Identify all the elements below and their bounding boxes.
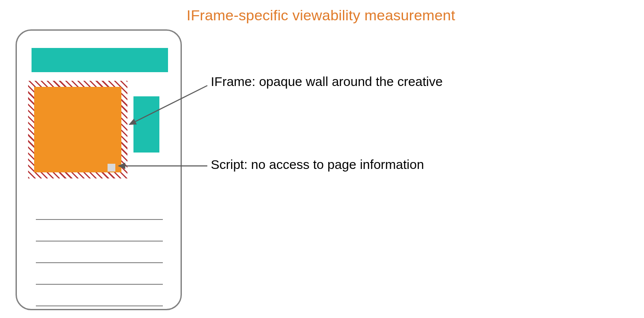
page-side-block	[133, 96, 159, 153]
annotation-iframe: IFrame: opaque wall around the creative	[211, 74, 443, 89]
script-pixel	[108, 164, 115, 172]
page-banner	[32, 48, 168, 72]
iframe-wall	[28, 81, 127, 178]
creative-ad	[34, 87, 121, 172]
page-text-line	[36, 219, 163, 220]
phone-frame	[16, 29, 182, 310]
annotation-script: Script: no access to page information	[211, 157, 424, 172]
page-text-line	[36, 262, 163, 263]
page-text-line	[36, 284, 163, 285]
page-text-line	[36, 305, 163, 306]
page-text-line	[36, 241, 163, 242]
diagram-title: IFrame-specific viewability measurement	[187, 7, 455, 24]
